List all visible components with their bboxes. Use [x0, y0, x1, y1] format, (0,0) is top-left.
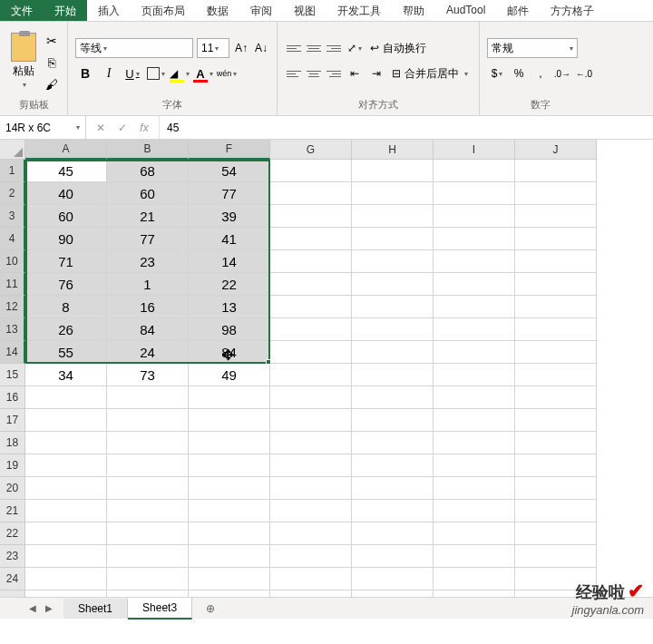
cell[interactable] — [25, 500, 107, 522]
cell[interactable] — [189, 500, 270, 522]
align-right-button[interactable] — [325, 65, 343, 82]
merge-center-button[interactable]: ⊟合并后居中▾ — [388, 64, 472, 83]
row-header[interactable]: 10 — [0, 250, 25, 273]
cell[interactable]: 22 — [189, 273, 270, 296]
cell[interactable] — [515, 432, 597, 454]
cut-icon[interactable]: ✂ — [44, 33, 60, 49]
cell[interactable] — [25, 545, 107, 568]
cell[interactable] — [107, 545, 189, 568]
cell[interactable] — [25, 432, 107, 454]
cell[interactable] — [352, 568, 434, 590]
cell[interactable] — [515, 454, 597, 477]
cell[interactable] — [434, 205, 515, 228]
border-button[interactable]: ▾ — [146, 63, 166, 83]
cell[interactable] — [434, 409, 515, 432]
cell[interactable] — [189, 545, 270, 568]
cell[interactable]: 26 — [25, 318, 107, 341]
cell[interactable] — [434, 386, 515, 409]
column-header[interactable]: F — [189, 140, 270, 160]
cell[interactable] — [434, 568, 515, 590]
cell[interactable] — [270, 454, 352, 477]
italic-button[interactable]: I — [99, 63, 119, 83]
tab-developer[interactable]: 开发工具 — [326, 0, 392, 21]
cell[interactable] — [352, 386, 434, 409]
cell[interactable] — [270, 318, 352, 341]
column-header[interactable]: A — [25, 140, 107, 160]
row-header[interactable]: 23 — [0, 545, 25, 568]
cell[interactable]: 41 — [189, 228, 270, 250]
cell[interactable]: 8 — [25, 296, 107, 318]
row-header[interactable]: 16 — [0, 386, 25, 409]
cell[interactable]: 84 — [189, 341, 270, 364]
cell[interactable] — [352, 477, 434, 500]
decrease-decimal-button[interactable]: ←.0 — [574, 63, 594, 83]
cell[interactable] — [352, 160, 434, 182]
row-header[interactable]: 3 — [0, 205, 25, 228]
cell[interactable] — [352, 273, 434, 296]
cell[interactable] — [189, 454, 270, 477]
tab-home[interactable]: 开始 — [44, 0, 87, 21]
cell[interactable]: 45 — [25, 160, 107, 182]
row-header[interactable]: 13 — [0, 318, 25, 341]
accounting-format-button[interactable]: $▾ — [487, 63, 507, 83]
cell[interactable]: 60 — [25, 205, 107, 228]
phonetic-button[interactable]: wén▾ — [217, 63, 237, 83]
cell[interactable] — [270, 296, 352, 318]
cell[interactable] — [270, 522, 352, 545]
align-top-button[interactable] — [285, 40, 303, 56]
align-middle-button[interactable] — [305, 40, 323, 56]
fx-icon[interactable]: fx — [133, 117, 155, 139]
row-header[interactable]: 12 — [0, 296, 25, 318]
cell[interactable] — [270, 205, 352, 228]
font-size-select[interactable]: 11 ▾ — [197, 38, 229, 58]
cell[interactable] — [25, 409, 107, 432]
cell[interactable] — [270, 432, 352, 454]
copy-icon[interactable]: ⎘ — [44, 54, 60, 71]
cell[interactable] — [434, 364, 515, 386]
cell[interactable] — [434, 228, 515, 250]
cell[interactable]: 34 — [25, 364, 107, 386]
format-painter-icon[interactable]: 🖌 — [44, 76, 60, 93]
formula-input[interactable]: 45 — [160, 116, 653, 139]
cell[interactable] — [25, 386, 107, 409]
cell[interactable] — [270, 160, 352, 182]
orientation-button[interactable]: ⤢▾ — [345, 38, 365, 58]
cell[interactable] — [270, 386, 352, 409]
decrease-font-icon[interactable]: A↓ — [253, 40, 269, 56]
cell[interactable]: 40 — [25, 182, 107, 205]
row-header[interactable]: 2 — [0, 182, 25, 205]
cancel-formula-icon[interactable]: ✕ — [90, 117, 112, 139]
cell[interactable] — [270, 341, 352, 364]
cell[interactable] — [270, 545, 352, 568]
cell[interactable] — [515, 160, 597, 182]
enter-formula-icon[interactable]: ✓ — [112, 117, 133, 139]
tab-mail[interactable]: 邮件 — [496, 0, 540, 21]
cell[interactable]: 14 — [189, 250, 270, 273]
cell[interactable] — [189, 386, 270, 409]
row-header[interactable]: 1 — [0, 160, 25, 182]
font-color-button[interactable]: A▾ — [193, 63, 213, 83]
cell[interactable] — [107, 568, 189, 590]
cell[interactable] — [515, 409, 597, 432]
cell[interactable] — [107, 432, 189, 454]
cell[interactable] — [107, 386, 189, 409]
cell[interactable] — [434, 250, 515, 273]
sheet-nav-next[interactable]: ▶ — [42, 601, 56, 616]
cell[interactable] — [25, 477, 107, 500]
cell[interactable] — [515, 182, 597, 205]
cell[interactable]: 98 — [189, 318, 270, 341]
cell[interactable] — [352, 296, 434, 318]
cell[interactable] — [189, 522, 270, 545]
row-header[interactable]: 14 — [0, 341, 25, 364]
row-header[interactable]: 19 — [0, 454, 25, 477]
percent-button[interactable]: % — [509, 63, 529, 83]
cell[interactable]: 73 — [107, 364, 189, 386]
cell[interactable]: 16 — [107, 296, 189, 318]
row-header[interactable]: 24 — [0, 568, 25, 590]
add-sheet-button[interactable]: ⊕ — [200, 598, 221, 620]
cell[interactable] — [189, 432, 270, 454]
align-left-button[interactable] — [285, 65, 303, 82]
cell[interactable]: 13 — [189, 296, 270, 318]
cell[interactable] — [515, 500, 597, 522]
cell[interactable] — [434, 296, 515, 318]
